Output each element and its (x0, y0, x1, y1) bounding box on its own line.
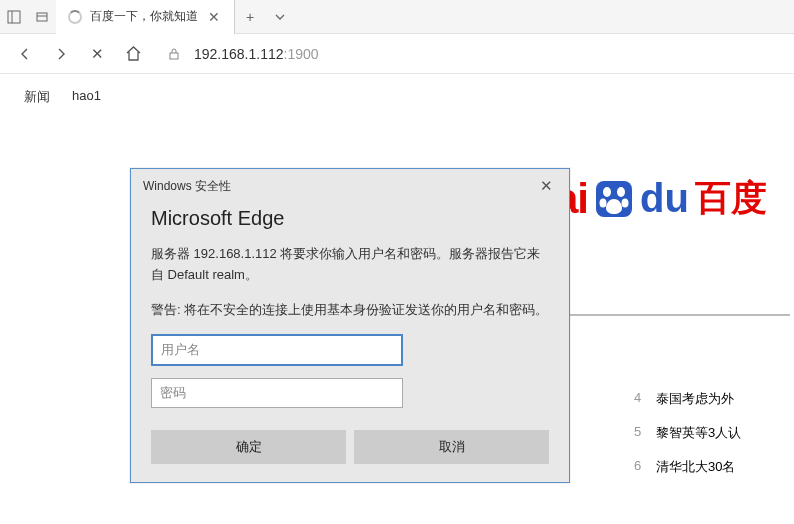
home-button[interactable] (120, 41, 146, 67)
cancel-button[interactable]: 取消 (354, 430, 549, 464)
list-item[interactable]: 5黎智英等3人认 (634, 416, 794, 450)
tab-preview-icon[interactable] (28, 0, 56, 34)
new-tab-button[interactable]: + (235, 0, 265, 34)
username-input[interactable]: 用户名 (151, 334, 403, 366)
placeholder-text: 用户名 (161, 341, 200, 359)
close-tab-icon[interactable]: ✕ (206, 9, 222, 25)
tab-menu-chevron-icon[interactable] (265, 0, 295, 34)
dialog-title: Windows 安全性 (143, 178, 231, 195)
site-topnav: 新闻 hao1 (0, 74, 794, 120)
svg-point-8 (600, 198, 607, 207)
paw-icon (590, 175, 638, 223)
nav-hao[interactable]: hao1 (72, 88, 101, 106)
stop-button[interactable]: ✕ (84, 41, 110, 67)
back-button[interactable] (12, 41, 38, 67)
dialog-titlebar: Windows 安全性 ✕ (131, 169, 569, 203)
svg-point-7 (617, 187, 625, 197)
hot-news-list: 4泰国考虑为外 5黎智英等3人认 6清华北大30名 (634, 382, 794, 484)
forward-button[interactable] (48, 41, 74, 67)
svg-rect-2 (37, 13, 47, 21)
url-text: 192.168.1.112:1900 (194, 46, 319, 62)
list-item[interactable]: 6清华北大30名 (634, 450, 794, 484)
loading-spinner-icon (68, 10, 82, 24)
lock-icon (164, 44, 184, 64)
dialog-message: 服务器 192.168.1.112 将要求你输入用户名和密码。服务器报告它来自 … (151, 244, 549, 286)
close-icon[interactable]: ✕ (536, 177, 557, 195)
list-item[interactable]: 4泰国考虑为外 (634, 382, 794, 416)
tab-title: 百度一下，你就知道 (90, 8, 198, 25)
svg-rect-0 (8, 11, 20, 23)
logo-part2: du (640, 176, 689, 221)
svg-point-6 (603, 187, 611, 197)
dialog-warning: 警告: 将在不安全的连接上使用基本身份验证发送你的用户名和密码。 (151, 300, 549, 321)
ok-button[interactable]: 确定 (151, 430, 346, 464)
browser-titlebar: 百度一下，你就知道 ✕ + (0, 0, 794, 34)
address-bar: ✕ 192.168.1.112:1900 (0, 34, 794, 74)
dialog-heading: Microsoft Edge (151, 207, 549, 230)
placeholder-text: 密码 (160, 384, 186, 402)
auth-dialog: Windows 安全性 ✕ Microsoft Edge 服务器 192.168… (130, 168, 570, 483)
baidu-logo: ai du 百度 (555, 174, 767, 223)
logo-part3: 百度 (695, 174, 767, 223)
tabs-aside-icon[interactable] (0, 0, 28, 34)
password-input[interactable]: 密码 (151, 378, 403, 408)
url-field[interactable]: 192.168.1.112:1900 (156, 44, 782, 64)
svg-point-9 (622, 198, 629, 207)
svg-rect-4 (170, 53, 178, 59)
search-box-border[interactable] (560, 314, 790, 316)
page-content: 新闻 hao1 ai du 百度 安 安下载 anxz.com 4泰国考虑为外 … (0, 74, 794, 524)
browser-tab[interactable]: 百度一下，你就知道 ✕ (56, 0, 235, 34)
nav-news[interactable]: 新闻 (24, 88, 50, 106)
